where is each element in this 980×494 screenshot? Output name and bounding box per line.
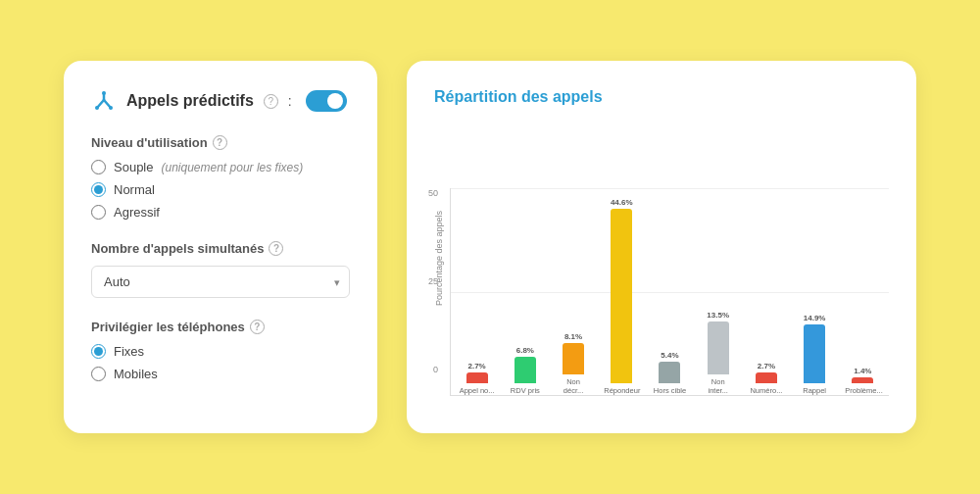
bar-label-0: Appel no... (460, 386, 495, 395)
bar-col-7: 14.9%Rappel (793, 314, 837, 395)
bar-value-7: 14.9% (804, 314, 826, 322)
bar-label-4: Hors cible (654, 386, 686, 395)
help-icon[interactable]: ? (264, 94, 278, 109)
bar-label-1: RDV pris (511, 386, 540, 395)
chart-area: Pourcentage des appels 50 25 0 2.7%Appel… (434, 122, 889, 396)
bar-value-6: 2.7% (758, 362, 775, 370)
left-panel: Appels prédictifs ? : Niveau d'utilisati… (64, 61, 377, 433)
gridline-mid (451, 292, 889, 293)
bar-value-8: 1.4% (854, 367, 871, 375)
usage-level-label: Niveau d'utilisation ? (91, 135, 350, 150)
bar-5 (708, 321, 729, 374)
bar-7 (804, 324, 825, 383)
bar-label-7: Rappel (803, 386, 826, 395)
predictive-calls-toggle[interactable] (306, 90, 347, 112)
bar-value-0: 2.7% (467, 362, 485, 370)
right-panel: Répartition des appels Pourcentage des a… (407, 61, 916, 433)
y-label-0: 0 (433, 365, 438, 374)
radio-agressif[interactable]: Agressif (91, 205, 350, 220)
bar-value-5: 13.5% (707, 311, 729, 320)
bar-col-6: 2.7%Numéro... (744, 362, 788, 395)
title-separator: : (288, 93, 292, 109)
gridline-top (451, 188, 889, 189)
bar-label-2: Non décr... (556, 377, 591, 395)
phone-preference-radio-group: Fixes Mobiles (91, 344, 350, 381)
bar-label-6: Numéro... (750, 386, 782, 395)
svg-point-5 (109, 106, 113, 110)
bar-3 (611, 209, 632, 383)
radio-fixes[interactable]: Fixes (91, 344, 350, 359)
bar-2 (563, 343, 584, 374)
bar-col-0: 2.7%Appel no... (455, 362, 499, 395)
svg-point-3 (102, 91, 106, 95)
simultaneous-calls-help-icon[interactable]: ? (269, 241, 283, 256)
radio-souple[interactable]: Souple (uniquement pour les fixes) (91, 160, 350, 174)
bar-col-2: 8.1%Non décr... (551, 332, 595, 395)
radio-mobiles[interactable]: Mobiles (91, 367, 350, 381)
y-label-25: 25 (428, 276, 438, 286)
bar-0 (466, 372, 488, 383)
radio-agressif-label: Agressif (114, 205, 160, 220)
usage-level-radio-group: Souple (uniquement pour les fixes) Norma… (91, 160, 350, 220)
bar-col-8: 1.4%Problème... (841, 367, 885, 395)
simultaneous-calls-label: Nombre d'appels simultanés ? (91, 241, 350, 256)
y-label-50: 50 (428, 188, 438, 198)
bar-8 (852, 377, 873, 383)
bar-col-5: 13.5%Non inter... (696, 311, 740, 395)
usage-level-help-icon[interactable]: ? (213, 135, 227, 150)
radio-souple-label: Souple (114, 160, 153, 174)
y-labels: 50 25 0 (428, 188, 438, 374)
bar-col-1: 6.8%RDV pris (503, 346, 547, 395)
bar-value-3: 44.6% (611, 198, 633, 207)
chart-title: Répartition des appels (434, 88, 889, 106)
bar-col-4: 5.4%Hors cible (648, 351, 692, 395)
bar-col-3: 44.6%Répondeur (600, 198, 644, 395)
chart-inner: 50 25 0 2.7%Appel no...6.8%RDV pris8.1%N… (450, 188, 889, 396)
radio-souple-sub: (uniquement pour les fixes) (161, 161, 303, 174)
panel-title: Appels prédictifs (126, 92, 254, 110)
radio-fixes-label: Fixes (114, 344, 144, 359)
bar-label-3: Répondeur (604, 386, 639, 395)
bar-value-4: 5.4% (661, 351, 678, 360)
bar-value-2: 8.1% (564, 332, 582, 341)
radio-normal-label: Normal (114, 182, 155, 197)
header-row: Appels prédictifs ? : (91, 88, 350, 114)
simultaneous-calls-select-wrapper: Auto 1 2 3 4 5 ▾ (91, 266, 350, 298)
simultaneous-calls-select[interactable]: Auto 1 2 3 4 5 (91, 266, 350, 298)
bar-label-5: Non inter... (701, 377, 736, 395)
phone-preference-label: Privilégier les téléphones ? (91, 320, 350, 334)
bar-label-8: Problème... (845, 386, 880, 395)
bar-1 (514, 357, 536, 383)
svg-point-4 (95, 106, 99, 110)
radio-normal[interactable]: Normal (91, 182, 350, 197)
bar-value-1: 6.8% (516, 346, 534, 355)
chart-plot: 2.7%Appel no...6.8%RDV pris8.1%Non décr.… (450, 188, 889, 396)
fork-icon (91, 88, 117, 114)
bar-4 (659, 362, 680, 383)
radio-mobiles-label: Mobiles (114, 367, 158, 381)
phone-preference-help-icon[interactable]: ? (250, 320, 265, 334)
bar-6 (756, 372, 777, 383)
